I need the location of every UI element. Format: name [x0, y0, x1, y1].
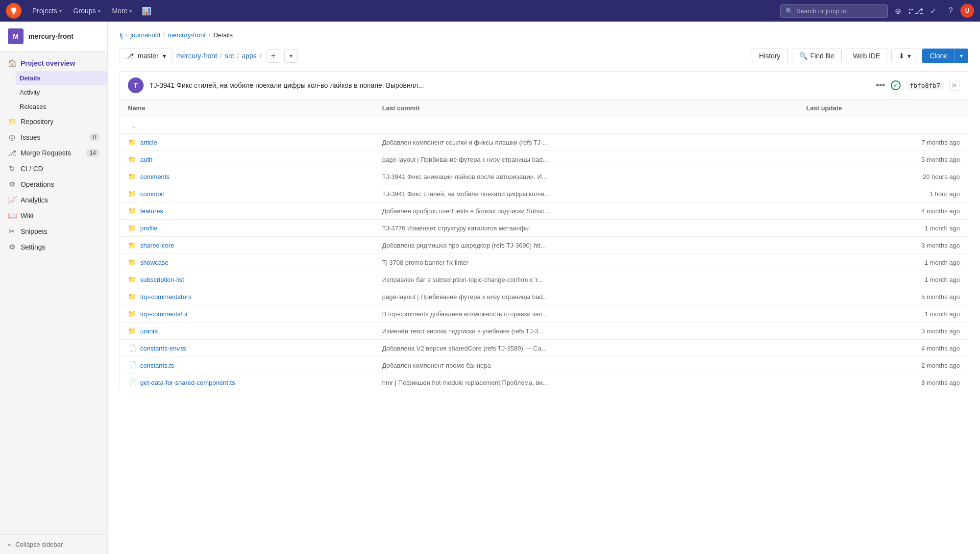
- col-header-time: Last update: [798, 100, 968, 117]
- download-icon: ⬇: [899, 52, 905, 60]
- time-cell: 3 months ago: [798, 237, 968, 254]
- file-link[interactable]: top-commentators: [140, 293, 192, 301]
- projects-menu[interactable]: Projects ▾: [27, 5, 67, 17]
- sidebar-item-issues[interactable]: ◎ Issues 0: [0, 129, 107, 145]
- sidebar: M mercury-front 🏠 Project overview Detai…: [0, 22, 108, 554]
- file-link[interactable]: common: [140, 190, 165, 198]
- breadcrumb-current: Details: [213, 31, 233, 39]
- table-row: 📁 top-comments/ui В top-comments добавле…: [120, 305, 968, 323]
- breadcrumb-sep-2: /: [163, 31, 165, 39]
- sidebar-item-repository[interactable]: 📁 Repository: [0, 114, 107, 129]
- parent-dir-link[interactable]: ..: [120, 117, 968, 134]
- commit-more-button[interactable]: •••: [876, 80, 885, 91]
- clone-main-button[interactable]: Clone: [922, 49, 955, 63]
- commit-cell: Добавлен компонент ссылки и фиксы плашки…: [374, 134, 799, 151]
- col-header-name: Name: [120, 100, 374, 117]
- time-cell: 5 months ago: [798, 288, 968, 305]
- branch-selector[interactable]: ⎇ master ▾: [120, 49, 172, 63]
- path-bar: mercury-front / src / apps /: [176, 52, 263, 60]
- snippets-icon: ✂: [8, 227, 16, 236]
- top-navigation: Projects ▾ Groups ▾ More ▾ 📊 🔍 Search or…: [0, 0, 980, 22]
- breadcrumb-tj[interactable]: tj: [120, 31, 123, 39]
- file-link[interactable]: article: [140, 139, 157, 146]
- table-row: 📁 top-commentators page-layout | Прибива…: [120, 288, 968, 305]
- gitlab-logo[interactable]: [6, 3, 22, 19]
- collapse-icon: «: [8, 541, 11, 548]
- file-link[interactable]: shared-core: [140, 242, 174, 249]
- issues-icon: ◎: [8, 133, 16, 142]
- folder-icon: 📁: [128, 310, 136, 318]
- file-link[interactable]: auth: [140, 156, 152, 163]
- file-link[interactable]: features: [140, 207, 163, 215]
- cicd-icon: ↻: [8, 164, 16, 173]
- file-link[interactable]: comments: [140, 173, 170, 180]
- find-file-button[interactable]: 🔍 Find file: [792, 49, 842, 63]
- collapse-sidebar-button[interactable]: « Collapse sidebar: [0, 534, 107, 554]
- todo-icon[interactable]: ✓: [925, 3, 941, 19]
- groups-menu[interactable]: Groups ▾: [69, 5, 105, 17]
- add-file-button[interactable]: +: [267, 49, 280, 63]
- breadcrumb-mercury-front[interactable]: mercury-front: [168, 31, 205, 39]
- commit-hash[interactable]: fbfb8fb7: [906, 81, 943, 90]
- home-icon: 🏠: [8, 59, 16, 68]
- create-new-icon[interactable]: ⊕: [890, 3, 906, 19]
- folder-icon: 📁: [128, 224, 136, 232]
- main-content: tj / journal-old / mercury-front / Detai…: [108, 22, 980, 554]
- file-link[interactable]: constants.ts: [140, 362, 174, 369]
- file-link[interactable]: constants-env.ts: [140, 345, 186, 352]
- add-chevron-button[interactable]: ▾: [284, 49, 298, 63]
- clone-caret-button[interactable]: ▾: [955, 49, 968, 63]
- sidebar-item-details[interactable]: Details: [16, 71, 107, 85]
- file-link[interactable]: get-data-for-shared-component.ts: [140, 379, 235, 386]
- merge-request-icon[interactable]: ⎇: [907, 3, 923, 19]
- path-mercury-front[interactable]: mercury-front: [176, 52, 217, 60]
- commit-bar: T TJ-3941 Фикс стилей, на мобиле поехали…: [120, 71, 968, 99]
- sidebar-item-snippets[interactable]: ✂ Snippets: [0, 224, 107, 239]
- time-cell: 7 months ago: [798, 134, 968, 151]
- time-cell: 1 month ago: [798, 305, 968, 323]
- sidebar-item-settings[interactable]: ⚙ Settings: [0, 239, 107, 255]
- search-icon: 🔍: [799, 52, 808, 60]
- file-link[interactable]: urania: [140, 327, 158, 335]
- sidebar-item-releases[interactable]: Releases: [16, 100, 107, 114]
- commit-status-icon: ✓: [891, 80, 901, 90]
- sidebar-item-analytics[interactable]: 📈 Analytics: [0, 192, 107, 208]
- activity-chart-icon[interactable]: 📊: [139, 3, 154, 19]
- table-row: 📁 common TJ-3941 Фикс стилей, на мобиле …: [120, 185, 968, 202]
- sidebar-item-project-overview[interactable]: 🏠 Project overview: [0, 55, 107, 71]
- help-icon[interactable]: ?: [943, 3, 958, 19]
- file-icon: 📄: [128, 378, 136, 386]
- table-row: 📁 comments TJ-3941 Фикс анимации лайков …: [120, 168, 968, 185]
- sidebar-item-merge-requests[interactable]: ⎇ Merge Requests 14: [0, 145, 107, 161]
- path-sep-3: /: [260, 52, 262, 60]
- commit-cell: Добавлена ридмишка про шаредкор (refs TJ…: [374, 237, 799, 254]
- file-link[interactable]: subscription-list: [140, 276, 184, 283]
- file-link[interactable]: showcase: [140, 259, 169, 266]
- path-src[interactable]: src: [225, 52, 234, 60]
- web-ide-button[interactable]: Web IDE: [846, 49, 888, 63]
- copy-hash-button[interactable]: ⎘: [949, 80, 960, 91]
- more-chevron-icon: ▾: [129, 8, 132, 14]
- time-cell: 2 months ago: [798, 357, 968, 374]
- commit-cell: TJ-3941 Фикс анимации лайков после автор…: [374, 168, 799, 185]
- sidebar-item-operations[interactable]: ⚙ Operations: [0, 176, 107, 192]
- file-link[interactable]: profile: [140, 225, 157, 232]
- sidebar-item-activity[interactable]: Activity: [16, 85, 107, 100]
- sidebar-item-wiki[interactable]: 📖 Wiki: [0, 208, 107, 224]
- commit-cell: TJ-3776 Изменяет структуру каталогов мет…: [374, 220, 799, 237]
- breadcrumb-journal[interactable]: journal-old: [130, 31, 160, 39]
- user-avatar[interactable]: U: [960, 4, 974, 18]
- history-button[interactable]: History: [752, 49, 788, 63]
- download-button[interactable]: ⬇ ▾: [891, 49, 918, 63]
- folder-icon: 📁: [128, 276, 136, 283]
- commit-cell: Добавлена V2 версия sharedCore (refs TJ-…: [374, 340, 799, 357]
- table-row: 📁 urania Изменён текст кнопки подписки в…: [120, 323, 968, 340]
- sidebar-item-cicd[interactable]: ↻ CI / CD: [0, 161, 107, 176]
- operations-icon: ⚙: [8, 180, 16, 189]
- search-bar[interactable]: 🔍 Search or jump to...: [780, 4, 888, 18]
- more-menu[interactable]: More ▾: [107, 5, 137, 17]
- sidebar-project-header[interactable]: M mercury-front: [0, 22, 107, 51]
- path-apps[interactable]: apps: [242, 52, 256, 60]
- repository-icon: 📁: [8, 117, 16, 126]
- file-link[interactable]: top-comments/ui: [140, 310, 187, 318]
